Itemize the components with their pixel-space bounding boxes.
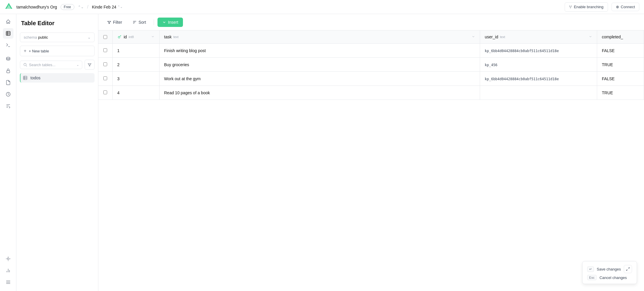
col-id-chevron[interactable] bbox=[151, 35, 155, 39]
main-layout: Table Editor schema public ⌄ + + New tab… bbox=[0, 14, 644, 291]
save-cancel-box: ↵ Save changes Esc Cancel changes bbox=[582, 261, 637, 284]
project-arrows-icon: ⌃⌄ bbox=[117, 5, 123, 9]
toolbar-separator bbox=[154, 19, 154, 25]
select-all-header[interactable] bbox=[98, 30, 112, 44]
icon-sidebar bbox=[0, 14, 16, 291]
toolbar: Filter Sort Insert bbox=[98, 14, 644, 30]
cell-completed: FALSE bbox=[597, 44, 644, 58]
col-task-type: text bbox=[173, 35, 179, 39]
svg-marker-27 bbox=[108, 21, 111, 23]
breadcrumb-sep: / bbox=[87, 4, 88, 10]
row-checkbox-0[interactable] bbox=[103, 48, 107, 52]
cell-id: 3 bbox=[112, 72, 159, 86]
col-header-task[interactable]: task text bbox=[159, 30, 480, 44]
cell-id: 2 bbox=[112, 58, 159, 72]
connect-button[interactable]: ⊕ Connect bbox=[612, 3, 639, 11]
cell-id: 1 bbox=[112, 44, 159, 58]
svg-point-20 bbox=[24, 63, 26, 66]
filter-button[interactable]: Filter bbox=[103, 18, 126, 26]
sidebar-item-realtime[interactable] bbox=[3, 89, 13, 100]
enable-branching-button[interactable]: ⑂ Enable branching bbox=[565, 2, 608, 12]
svg-point-13 bbox=[7, 258, 9, 260]
table-row: 3Work out at the gymkp_6bb4d04428884cb0a… bbox=[98, 72, 644, 86]
org-arrows-icon[interactable]: ⌃⌄ bbox=[78, 5, 84, 9]
cell-completed: FALSE bbox=[597, 72, 644, 86]
org-plan-badge[interactable]: Free bbox=[61, 4, 74, 10]
cell-task: Work out at the gym bbox=[159, 72, 480, 86]
data-table: id int8 task text bbox=[98, 30, 644, 100]
topbar: tamalchowdhury's Org Free ⌃⌄ / Kinde Feb… bbox=[0, 0, 644, 14]
sidebar-item-storage[interactable] bbox=[3, 77, 13, 88]
cell-task: Read 10 pages of a book bbox=[159, 86, 480, 100]
sidebar-item-home[interactable] bbox=[3, 16, 13, 27]
row-checkbox-cell[interactable] bbox=[98, 72, 112, 86]
insert-chevron-icon bbox=[162, 20, 166, 24]
cell-completed: TRUE bbox=[597, 58, 644, 72]
cell-userid: kp_456 bbox=[480, 58, 597, 72]
cell-id: 4 bbox=[112, 86, 159, 100]
row-checkbox-1[interactable] bbox=[103, 62, 107, 66]
sidebar-item-table-editor[interactable] bbox=[3, 28, 13, 39]
search-filter-row: Search tables... ⌄ bbox=[20, 60, 95, 70]
row-checkbox-cell[interactable] bbox=[98, 58, 112, 72]
col-userid-type: text bbox=[500, 35, 505, 39]
sidebar-item-reports[interactable] bbox=[3, 265, 13, 276]
sidebar-item-auth[interactable] bbox=[3, 66, 13, 76]
cancel-changes-button[interactable]: Esc Cancel changes bbox=[587, 275, 632, 280]
insert-button[interactable]: Insert bbox=[157, 18, 183, 27]
col-header-completed[interactable]: completed_ bbox=[597, 30, 644, 44]
save-changes-button[interactable]: ↵ Save changes bbox=[587, 265, 632, 273]
svg-line-21 bbox=[26, 66, 27, 66]
col-task-chevron[interactable] bbox=[472, 35, 475, 39]
sidebar-item-functions[interactable] bbox=[3, 101, 13, 111]
table-row: 1Finish writing blog postkp_6bb4d0442888… bbox=[98, 44, 644, 58]
search-chevron-icon: ⌄ bbox=[76, 63, 79, 67]
svg-point-7 bbox=[6, 57, 10, 59]
filter-toolbar-icon bbox=[107, 20, 111, 24]
cell-task: Finish writing blog post bbox=[159, 44, 480, 58]
project-name[interactable]: Kinde Feb 24 ⌃⌄ bbox=[92, 5, 123, 9]
row-checkbox-2[interactable] bbox=[103, 76, 107, 80]
search-tables-box[interactable]: Search tables... ⌄ bbox=[20, 61, 82, 69]
sidebar-item-sql-editor[interactable] bbox=[3, 40, 13, 50]
table-row: 4Read 10 pages of a bookTRUE bbox=[98, 86, 644, 100]
expand-icon bbox=[626, 267, 630, 271]
row-checkbox-cell[interactable] bbox=[98, 44, 112, 58]
sidebar-item-database[interactable] bbox=[3, 54, 13, 64]
svg-rect-23 bbox=[23, 76, 27, 80]
org-name: tamalchowdhury's Org bbox=[16, 5, 57, 9]
save-kbd: ↵ bbox=[587, 266, 594, 272]
cancel-changes-label: Cancel changes bbox=[600, 275, 627, 280]
cell-userid: kp_6bb4d04428884cb0abf511c64511d18e bbox=[480, 72, 597, 86]
schema-select[interactable]: schema public ⌄ bbox=[20, 32, 95, 42]
table-icon bbox=[23, 76, 28, 80]
new-table-button[interactable]: + + New table bbox=[20, 46, 95, 56]
svg-line-33 bbox=[626, 269, 628, 271]
sort-toolbar-icon bbox=[133, 20, 137, 24]
row-checkbox-3[interactable] bbox=[103, 90, 107, 94]
app-logo bbox=[5, 2, 13, 11]
cell-completed: TRUE bbox=[597, 86, 644, 100]
table-wrapper: id int8 task text bbox=[98, 30, 644, 291]
expand-button[interactable] bbox=[624, 265, 632, 273]
col-id-type: int8 bbox=[129, 35, 134, 39]
filter-tables-button[interactable] bbox=[85, 60, 95, 70]
svg-rect-8 bbox=[6, 71, 10, 73]
col-header-userid[interactable]: user_id text bbox=[480, 30, 597, 44]
filter-icon bbox=[88, 63, 92, 67]
col-header-id[interactable]: id int8 bbox=[112, 30, 159, 44]
sidebar-item-menu[interactable] bbox=[3, 277, 13, 287]
sort-button[interactable]: Sort bbox=[129, 18, 150, 26]
search-icon bbox=[23, 63, 27, 67]
page-title: Table Editor bbox=[20, 19, 95, 29]
search-tables-placeholder: Search tables... bbox=[29, 63, 55, 67]
select-all-checkbox[interactable] bbox=[103, 35, 107, 39]
table-name-todos: todos bbox=[30, 76, 40, 80]
main-content: Filter Sort Insert bbox=[98, 14, 644, 291]
row-checkbox-cell[interactable] bbox=[98, 86, 112, 100]
sidebar-item-ai[interactable] bbox=[3, 254, 13, 264]
save-changes-label: Save changes bbox=[597, 267, 621, 271]
col-userid-chevron[interactable] bbox=[589, 35, 592, 39]
table-item-todos[interactable]: todos bbox=[20, 73, 95, 83]
key-icon bbox=[117, 35, 122, 39]
